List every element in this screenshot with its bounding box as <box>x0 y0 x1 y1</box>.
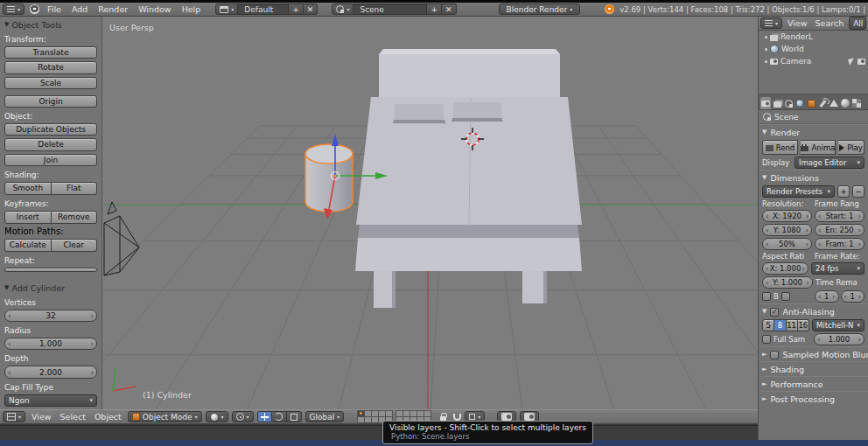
outliner-item-renderlayers[interactable]: RenderL <box>759 31 868 43</box>
shading-panel-header[interactable]: ►Shading <box>759 361 868 376</box>
frame-end-field[interactable]: En: 250 <box>815 224 864 236</box>
help-menu[interactable]: Help <box>179 4 204 14</box>
translate-manipulator-toggle[interactable] <box>257 411 272 422</box>
add-menu[interactable]: Add <box>69 4 90 14</box>
scale-manipulator-toggle[interactable] <box>287 411 302 422</box>
layout-name-field[interactable]: Default <box>238 3 289 15</box>
scene-name-field[interactable]: Scene <box>354 3 427 15</box>
delete-button[interactable]: Delete <box>4 138 97 150</box>
pivot-point-dropdown[interactable]: ▾ <box>232 411 254 422</box>
3d-viewport[interactable]: User Persp (1) Cylinder <box>102 17 758 409</box>
scene-browse-button[interactable]: ▾ <box>332 3 354 15</box>
outliner-editor-selector[interactable]: ▾ <box>760 17 782 29</box>
cylinder-object[interactable] <box>305 144 353 212</box>
join-button[interactable]: Join <box>4 154 97 166</box>
aa-samples-11-button[interactable]: 11 <box>787 319 798 331</box>
render-menu[interactable]: Render <box>95 4 130 14</box>
duplicate-objects-button[interactable]: Duplicate Objects <box>4 123 97 136</box>
border-checkbox[interactable] <box>762 292 771 301</box>
full-sample-checkbox[interactable] <box>762 335 771 344</box>
resolution-percent-field[interactable]: 50% <box>762 238 812 250</box>
post-processing-panel-header[interactable]: ►Post Processing <box>759 391 868 406</box>
remove-keyframe-button[interactable]: Remove <box>52 211 98 224</box>
outliner-filter-dropdown[interactable]: All <box>849 17 866 30</box>
scale-button[interactable]: Scale <box>4 77 97 89</box>
file-menu[interactable]: File <box>45 4 64 14</box>
object-tools-panel-header[interactable]: ▼Object Tools <box>4 19 97 31</box>
restrict-render-icon[interactable] <box>858 59 865 65</box>
rotate-button[interactable]: Rotate <box>4 61 97 73</box>
antialiasing-panel-header[interactable]: ▼Anti-Aliasing <box>759 303 868 318</box>
scene-add-button[interactable]: + <box>427 3 442 15</box>
tab-render[interactable] <box>760 97 771 109</box>
time-remap-old-field[interactable]: 1 <box>815 290 839 303</box>
viewport-editor-selector[interactable]: ▾ <box>3 411 25 422</box>
aa-filter-dropdown[interactable]: Mitchell-N <box>812 319 864 331</box>
cap-fill-dropdown[interactable]: Ngon <box>4 394 97 407</box>
calculate-paths-button[interactable]: Calculate <box>4 239 52 252</box>
insert-keyframe-button[interactable]: Insert <box>4 211 52 224</box>
object-menu[interactable]: Object <box>92 412 124 422</box>
fps-dropdown[interactable]: 24 fps <box>811 262 864 275</box>
render-animation-button[interactable]: Anima <box>801 140 836 155</box>
tab-modifiers[interactable] <box>817 97 828 109</box>
repeat-last-button[interactable] <box>4 268 97 272</box>
remove-preset-button[interactable]: − <box>852 185 864 198</box>
aa-samples-16-button[interactable]: 16 <box>798 319 809 331</box>
tab-render-layers[interactable] <box>772 97 782 109</box>
viewport-shading-dropdown[interactable]: ▾ <box>206 411 228 422</box>
clear-paths-button[interactable]: Clear <box>52 239 98 252</box>
play-button[interactable]: Play <box>838 140 864 155</box>
radius-slider[interactable]: 1.000 <box>4 338 97 350</box>
antialiasing-checkbox[interactable] <box>770 308 779 317</box>
display-dropdown[interactable]: Image Editor <box>794 157 864 169</box>
render-panel-header[interactable]: ▼Render <box>759 124 868 139</box>
outliner-item-world[interactable]: World <box>759 43 868 55</box>
resolution-y-field[interactable]: Y: 1080 <box>762 224 812 236</box>
tab-material[interactable] <box>840 97 850 109</box>
origin-button[interactable]: Origin <box>4 95 97 108</box>
layout-browse-button[interactable]: ▾ <box>215 3 238 15</box>
mode-dropdown[interactable]: Object Mode▾ <box>128 411 202 422</box>
filter-size-field[interactable]: 1.000 <box>814 333 864 345</box>
smooth-button[interactable]: Smooth <box>4 182 52 195</box>
restrict-select-icon[interactable] <box>848 58 856 66</box>
vertices-slider[interactable]: 32 <box>4 310 97 322</box>
render-engine-dropdown[interactable]: Blender Render▾ <box>499 3 581 15</box>
camera-object[interactable] <box>104 202 139 275</box>
render-image-button[interactable]: Rend <box>762 140 798 155</box>
dimensions-panel-header[interactable]: ▼Dimensions <box>759 170 868 185</box>
window-menu[interactable]: Window <box>136 4 173 14</box>
tab-object-data[interactable] <box>829 97 839 109</box>
orientation-dropdown[interactable]: Global▾ <box>305 411 345 422</box>
tab-object[interactable] <box>806 97 816 109</box>
render-presets-dropdown[interactable]: Render Presets <box>762 185 835 198</box>
add-preset-button[interactable]: + <box>837 185 850 198</box>
sampled-motion-blur-panel-header[interactable]: ►Sampled Motion Blur <box>759 346 868 361</box>
resolution-x-field[interactable]: X: 1920 <box>762 210 812 222</box>
select-menu[interactable]: Select <box>58 412 88 422</box>
layout-add-button[interactable]: + <box>289 3 304 15</box>
layout-delete-button[interactable]: ✕ <box>304 3 318 15</box>
tab-scene[interactable] <box>783 97 794 109</box>
editor-type-selector[interactable]: ▾ <box>3 3 24 15</box>
tab-texture[interactable] <box>851 97 862 109</box>
outliner-view-menu[interactable]: View <box>785 18 810 28</box>
frame-step-field[interactable]: Fram: 1 <box>815 238 864 250</box>
add-cylinder-panel-header[interactable]: ▼Add Cylinder <box>4 282 97 294</box>
scene-delete-button[interactable]: ✕ <box>442 3 457 15</box>
snap-magnet-icon[interactable] <box>453 414 461 421</box>
crop-checkbox[interactable] <box>781 292 790 301</box>
translate-button[interactable]: Translate <box>4 46 97 59</box>
frame-start-field[interactable]: Start: 1 <box>815 210 864 222</box>
aa-samples-8-button[interactable]: 8 <box>774 319 786 331</box>
tab-world[interactable] <box>794 97 805 109</box>
aa-samples-5-button[interactable]: 5 <box>762 319 774 331</box>
outliner-item-camera[interactable]: Camera <box>759 55 868 67</box>
rotate-manipulator-toggle[interactable] <box>272 411 287 422</box>
aspect-y-field[interactable]: Y: 1.000 <box>762 276 813 289</box>
depth-slider[interactable]: 2.000 <box>4 366 97 378</box>
bed-model[interactable] <box>355 49 582 308</box>
aspect-x-field[interactable]: X: 1.000 <box>762 262 808 275</box>
flat-button[interactable]: Flat <box>52 182 98 195</box>
